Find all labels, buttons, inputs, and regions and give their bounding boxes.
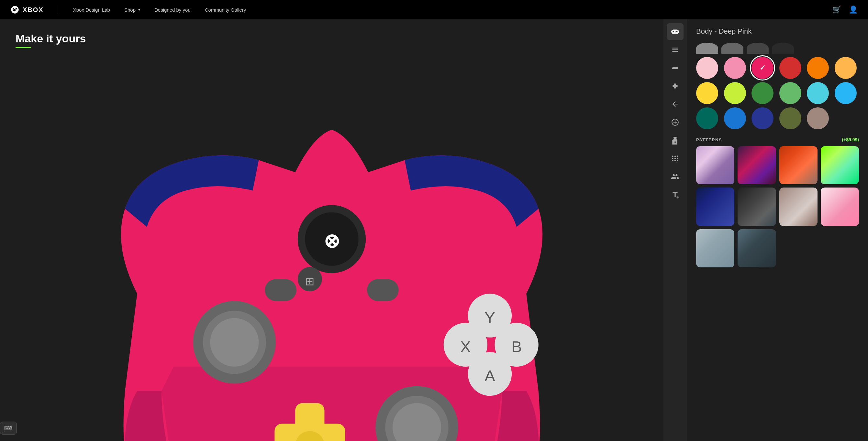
controller-icon [671, 28, 679, 36]
svg-point-26 [675, 158, 676, 159]
pattern-swatch-purple-smoke[interactable] [696, 146, 734, 184]
page-title-wrap: Make it yours [16, 32, 648, 48]
color-swatch-grey2[interactable] [721, 43, 743, 54]
account-button[interactable]: 👤 [849, 5, 858, 14]
nav-link-xbox-design-lab[interactable]: Xbox Design Lab [66, 0, 117, 20]
grey-color-row [696, 41, 859, 54]
color-swatch-blue[interactable] [724, 107, 746, 129]
svg-point-8 [210, 318, 258, 367]
back-icon [671, 100, 679, 108]
nav-divider [58, 5, 58, 14]
color-swatch-olive[interactable] [779, 107, 801, 129]
svg-rect-4 [265, 279, 297, 301]
right-panel: Body - Deep Pink [687, 20, 868, 441]
sidebar-item-text[interactable] [667, 186, 684, 203]
pattern-swatch-bottom2[interactable] [738, 229, 776, 267]
svg-point-32 [675, 160, 676, 161]
color-swatch-green[interactable] [751, 82, 774, 104]
sidebar-item-dpad-alt[interactable] [667, 114, 684, 131]
patterns-label: PATTERNS [696, 137, 722, 142]
color-swatch-grey1[interactable] [696, 43, 718, 54]
pattern-swatch-orange-rust[interactable] [779, 146, 817, 184]
svg-point-25 [672, 158, 673, 159]
dpad-alt-icon [671, 118, 679, 127]
nav-link-designed-by-you[interactable]: Designed by you [147, 0, 198, 20]
nav-right: 🛒 👤 [832, 5, 858, 14]
color-swatch-orange[interactable] [807, 57, 829, 79]
people-icon [671, 172, 679, 181]
pattern-swatch-pink-white[interactable] [821, 188, 859, 226]
color-swatch-grey3[interactable] [747, 43, 769, 54]
svg-point-30 [677, 156, 678, 157]
dots-icon [671, 154, 679, 163]
svg-text:⊞: ⊞ [305, 275, 314, 287]
color-swatch-yellow[interactable] [696, 82, 718, 104]
panel-section-subtitle: - Deep Pink [714, 27, 751, 35]
pattern-swatch-green-lime[interactable] [821, 146, 859, 184]
sidebar-item-body[interactable] [667, 23, 684, 40]
svg-point-28 [672, 156, 673, 157]
dpad-icon [671, 82, 679, 90]
xbox-logo[interactable]: XBOX [10, 5, 44, 14]
svg-point-29 [675, 156, 676, 157]
pattern-swatch-bottom1[interactable] [696, 229, 734, 267]
color-swatch-deep-pink[interactable] [751, 57, 774, 79]
main-content: Make it yours [0, 20, 868, 441]
svg-point-31 [672, 160, 673, 161]
title-underline [16, 47, 31, 48]
page-title: Make it yours [16, 32, 648, 45]
svg-point-33 [677, 160, 678, 161]
pattern-swatch-blue-dark[interactable] [696, 188, 734, 226]
pattern-swatch-dark-grey[interactable] [738, 188, 776, 226]
text-add-icon [671, 191, 679, 199]
sidebar-item-dots[interactable] [667, 150, 684, 167]
sidebar-icons [663, 20, 687, 441]
color-swatch-mint[interactable] [779, 82, 801, 104]
svg-text:⊗: ⊗ [323, 230, 340, 252]
nav-links: Xbox Design Lab Shop ▾ Designed by you C… [66, 0, 832, 20]
bumpers-icon [671, 64, 679, 72]
left-panel: Make it yours [0, 20, 663, 441]
nav-link-shop[interactable]: Shop ▾ [117, 0, 147, 20]
sidebar-item-bumpers[interactable] [667, 60, 684, 76]
color-swatch-pink[interactable] [724, 57, 746, 79]
pattern-swatch-dark-pink[interactable] [738, 146, 776, 184]
controller-preview: ⊗ Y [16, 51, 648, 441]
color-swatch-grey4[interactable] [772, 43, 794, 54]
color-grid [696, 57, 859, 129]
color-swatch-light-blue[interactable] [835, 82, 857, 104]
sidebar-item-dpad[interactable] [667, 77, 684, 94]
pattern-swatch-sand[interactable] [779, 188, 817, 226]
sidebar-item-people[interactable] [667, 168, 684, 185]
panel-section-title: Body [696, 27, 712, 35]
svg-text:X: X [460, 338, 471, 355]
xbox-wordmark: XBOX [23, 6, 44, 13]
color-swatch-yellow-green[interactable] [724, 82, 746, 104]
svg-text:A: A [485, 367, 495, 384]
xbox-logo-icon [10, 5, 20, 14]
sidebar-item-triggers[interactable] [667, 41, 684, 58]
svg-text:B: B [512, 338, 522, 355]
panel-header: Body - Deep Pink [696, 27, 859, 36]
sidebar-item-back[interactable] [667, 96, 684, 112]
color-swatch-taupe[interactable] [807, 107, 829, 129]
color-swatch-light-orange[interactable] [835, 57, 857, 79]
svg-point-27 [677, 158, 678, 159]
color-swatch-red[interactable] [779, 57, 801, 79]
color-swatch-cyan[interactable] [807, 82, 829, 104]
color-swatch-dark-blue[interactable] [751, 107, 774, 129]
patterns-header: PATTERNS (+$9.99) [696, 137, 859, 142]
navigation: XBOX Xbox Design Lab Shop ▾ Designed by … [0, 0, 868, 20]
cart-button[interactable]: 🛒 [832, 5, 841, 14]
keyboard-button[interactable]: ⌨ [0, 421, 17, 435]
color-swatch-light-pink[interactable] [696, 57, 718, 79]
svg-text:Y: Y [485, 309, 495, 326]
svg-rect-5 [367, 279, 399, 301]
color-swatch-teal[interactable] [696, 107, 718, 129]
sidebar-item-shirt[interactable] [667, 132, 684, 149]
nav-link-community-gallery[interactable]: Community Gallery [198, 0, 253, 20]
triggers-icon [671, 45, 679, 54]
patterns-price: (+$9.99) [842, 137, 859, 142]
shirt-icon [671, 136, 679, 144]
pattern-grid [696, 146, 859, 267]
